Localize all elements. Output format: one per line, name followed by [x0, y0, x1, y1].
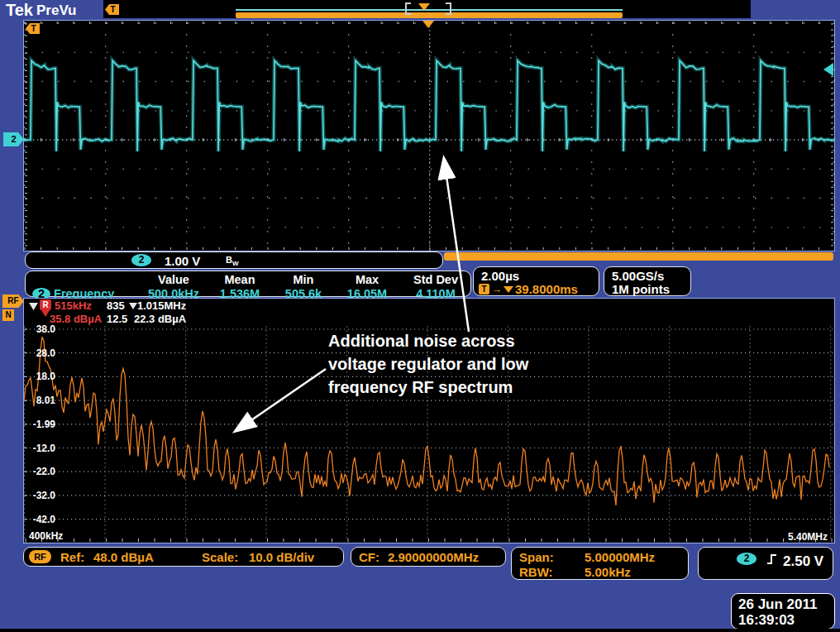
marker-3-amplitude: 22.3 dBµA	[134, 313, 186, 325]
rf-normal-trace-icon[interactable]: N	[2, 309, 14, 321]
spectrum-start-frequency: 400kHz	[29, 530, 63, 542]
channel2-badge[interactable]: 2	[131, 254, 151, 266]
bottom-edge-strip	[0, 629, 840, 632]
spectrum-stop-frequency: 5.40MHz	[788, 531, 828, 543]
trigger-t-icon: T	[105, 4, 119, 15]
trigger-level-arrow-icon[interactable]	[823, 63, 833, 76]
annotation-text: Additional noise across voltage regulato…	[328, 329, 528, 399]
marker-3-readout: 1.015MHz	[129, 299, 186, 312]
trigger-t-icon: T	[479, 284, 489, 294]
trigger-channel-badge: 2	[737, 553, 756, 565]
timebase-scale: 2.00µs	[481, 269, 519, 283]
channel2-scale-value: 1.00 V	[165, 254, 200, 268]
bandwidth-limit-icon: BW	[226, 255, 239, 267]
meas-spacer	[32, 273, 140, 286]
marker-r-frequency: 515kHz	[55, 299, 92, 312]
span-value: 5.00000MHz	[585, 550, 655, 564]
trigger-delay-value: 39.8000ms	[515, 282, 578, 296]
overview-zoom-bar[interactable]	[236, 12, 623, 18]
cf-value: 2.90000000MHz	[388, 550, 479, 564]
span-label: Span:	[519, 550, 554, 564]
reference-marker-r-flag-icon[interactable]: R	[40, 299, 51, 310]
rf-badge: RF	[29, 550, 51, 563]
acquisition-box[interactable]: 5.00GS/s 1M points	[604, 266, 691, 296]
meas-header-value: Value	[140, 273, 208, 286]
annotation-line: Additional noise across	[328, 329, 528, 352]
waveform-plot	[24, 21, 834, 251]
date-value: 26 Jun 2011	[738, 596, 817, 613]
oscilloscope-screen: Tek PreVu T T 2 2 1.00 V BW Value Mean M…	[0, 0, 840, 632]
annotation-line: voltage regulator and low	[328, 352, 528, 376]
annotation-line: frequency RF spectrum	[328, 376, 528, 399]
meas-header-mean: Mean	[208, 273, 272, 286]
channel2-marker-icon[interactable]: 2	[3, 132, 24, 146]
span-rbw-box[interactable]: Span: 5.00000MHz RBW: 5.00kHz	[511, 547, 689, 580]
marker-2-amplitude: 12.5	[107, 313, 127, 325]
meas-header-min: Min	[272, 273, 335, 286]
delay-triangle-icon	[504, 286, 513, 293]
delay-arrow-icon: →	[491, 283, 502, 295]
tek-logo: Tek	[6, 1, 33, 20]
cf-label: CF:	[359, 550, 379, 564]
trigger-delay-readout: T → 39.8000ms	[479, 282, 578, 296]
marker-r-amplitude: 35.8 dBµA	[50, 313, 102, 325]
waveform-display: T	[23, 20, 835, 251]
trigger-position-graticule-icon	[422, 21, 434, 28]
rbw-value: 5.00kHz	[585, 565, 631, 579]
rf-settings-box[interactable]: RF Ref: 48.0 dBµA Scale: 10.0 dB/div	[23, 547, 344, 567]
marker-2-frequency: 835	[107, 299, 125, 312]
marker-triangle-icon	[129, 303, 137, 309]
rf-ref-label: Ref:	[60, 550, 84, 564]
rf-scale-label: Scale:	[202, 550, 238, 564]
channel2-scale-box[interactable]: 2 1.00 V BW	[25, 251, 443, 269]
trigger-source-box[interactable]: 2 2.50 V	[698, 547, 833, 580]
time-value: 16:39:03	[738, 612, 795, 629]
record-length: 1M points	[612, 282, 670, 296]
window-bracket-right-icon[interactable]	[446, 2, 451, 15]
datetime-box: 26 Jun 2011 16:39:03	[731, 593, 835, 630]
acquisition-mode-label: PreVu	[36, 2, 77, 19]
meas-header-stddev: Std Dev	[399, 273, 472, 286]
meas-header-max: Max	[335, 273, 399, 286]
record-overview-strip: T	[103, 0, 751, 18]
measurement-box: Value Mean Min Max Std Dev 2 Frequency 5…	[25, 271, 471, 297]
rf-scale-value: 10.0 dB/div	[249, 550, 314, 564]
timebase-box[interactable]: 2.00µs T → 39.8000ms	[473, 266, 599, 296]
rf-channel-marker-icon[interactable]: RF	[2, 294, 24, 308]
trigger-level-value: 2.50 V	[783, 553, 823, 570]
trigger-position-icon	[418, 3, 430, 11]
window-bracket-left-icon[interactable]	[405, 2, 411, 15]
rf-time-bar	[444, 252, 833, 261]
sample-rate: 5.00GS/s	[612, 269, 664, 283]
marker-3-frequency: 1.015MHz	[137, 299, 186, 312]
rising-edge-icon	[766, 553, 777, 566]
rbw-label: RBW:	[519, 565, 553, 579]
center-frequency-box[interactable]: CF: 2.90000000MHz	[351, 547, 506, 567]
rf-ref-value: 48.0 dBµA	[93, 550, 154, 564]
